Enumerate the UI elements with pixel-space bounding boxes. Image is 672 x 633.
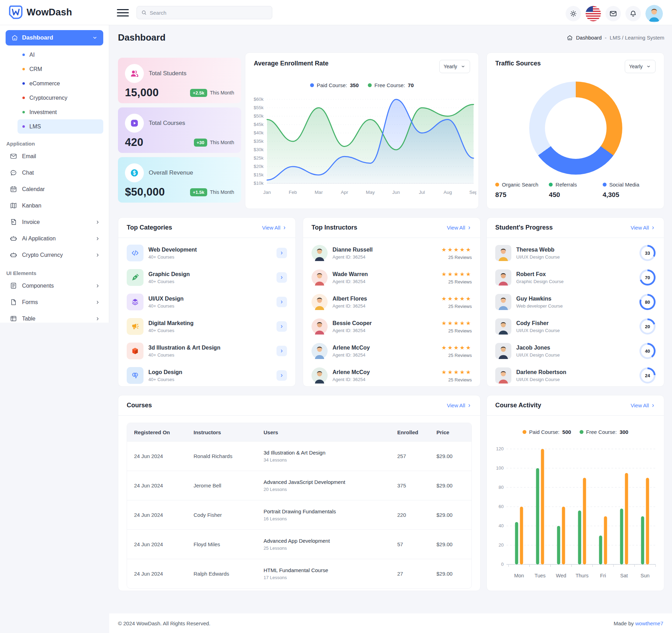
category-icon-wrap [127, 367, 144, 384]
sidebar-item-kanban[interactable]: Kanban [6, 197, 103, 214]
category-open-button[interactable] [276, 346, 287, 356]
category-icon-wrap [127, 318, 144, 335]
sidebar-item-label: Email [22, 153, 100, 160]
cell-price: $29.00 [429, 483, 471, 488]
student-name: Guy Hawkins [516, 296, 635, 302]
category-item-logo-design[interactable]: Logo Design40+ Courses [127, 363, 287, 388]
sidebar-item-dashboard[interactable]: Dashboard [6, 30, 103, 45]
instructor-text: Dianne RussellAgent ID: 36254 [332, 247, 436, 260]
top-instructors-view-all[interactable]: View All [447, 225, 472, 231]
top-instructors-title: Top Instructors [312, 224, 357, 231]
sidebar-toggle-button[interactable] [117, 7, 129, 18]
avatar [312, 269, 328, 286]
svg-text:Mon: Mon [514, 573, 524, 578]
instructor-item: Arlene McCoyAgent ID: 36254★★★★★25 Revie… [312, 339, 472, 363]
sidebar-item-forms[interactable]: Forms [6, 294, 103, 310]
traffic-title: Traffic Sources [495, 60, 541, 67]
sidebar-item-components[interactable]: Components [6, 277, 103, 294]
course-activity-bar-chart: 020406080100120MonTuesWedThursFriSatSun [490, 444, 661, 584]
instructor-item: Dianne RussellAgent ID: 36254★★★★★25 Rev… [312, 241, 472, 265]
sidebar-item-ai[interactable]: AI [6, 48, 103, 62]
stat-icon-circle [125, 163, 144, 182]
sidebar-item-invoice[interactable]: Invoice [6, 214, 103, 230]
sidebar-item-calendar[interactable]: Calendar [6, 181, 103, 197]
category-item-graphic-design[interactable]: Graphic Design40+ Courses [127, 265, 287, 290]
svg-text:Sat: Sat [620, 573, 628, 578]
category-open-button[interactable] [276, 370, 287, 381]
sidebar-item-cryptocurrency[interactable]: Cryptocurrency [6, 91, 103, 105]
view-all-label: View All [631, 402, 649, 408]
traffic-legend-top: Social Media [603, 182, 656, 188]
sidebar-item-label: Invoice [22, 219, 90, 225]
notifications-button[interactable] [625, 6, 641, 21]
svg-text:80: 80 [499, 485, 504, 490]
category-title: UI/UX Design [148, 296, 272, 302]
messages-button[interactable] [606, 6, 621, 21]
avatar [495, 343, 511, 359]
category-open-button[interactable] [276, 297, 287, 307]
reviews-count: 25 Reviews [441, 328, 472, 333]
students-progress-view-all[interactable]: View All [631, 225, 656, 231]
category-open-button[interactable] [276, 321, 287, 332]
svg-text:Sun: Sun [640, 573, 650, 578]
sidebar-item-ecommerce[interactable]: eCommerce [6, 76, 103, 91]
course-lessons: 16 Lessons [264, 516, 390, 521]
category-item-ui-ux-design[interactable]: UI/UX Design40+ Courses [127, 290, 287, 314]
legend-dot-icon [580, 430, 583, 434]
theme-toggle-button[interactable] [566, 6, 581, 21]
instructor-agent-id: Agent ID: 36254 [332, 377, 436, 382]
svg-text:$20k: $20k [254, 164, 264, 169]
avatar [495, 318, 511, 335]
view-all-label: View All [262, 225, 280, 231]
sidebar-item-chat[interactable]: Chat [6, 164, 103, 181]
language-button[interactable] [586, 6, 601, 21]
instructor-item: Wade WarrenAgent ID: 36254★★★★★25 Review… [312, 265, 472, 290]
top-categories-view-all[interactable]: View All [262, 225, 287, 231]
sidebar-item-table[interactable]: Table [6, 310, 103, 323]
legend-value: 350 [350, 82, 359, 88]
svg-text:Apr: Apr [341, 190, 349, 195]
svg-text:Mar: Mar [315, 190, 323, 195]
legend-value: 70 [408, 82, 414, 88]
cell-registered-on: 24 Jun 2024 [127, 483, 187, 488]
course-name: Advanced JavaScript Development [264, 479, 390, 485]
app-logo[interactable]: WowDash [8, 5, 72, 20]
course-lessons: 17 Lessons [264, 575, 390, 580]
user-avatar[interactable] [645, 5, 663, 22]
traffic-period-select[interactable]: Yearly [625, 60, 656, 73]
breadcrumb-dashboard[interactable]: Dashboard [576, 35, 602, 41]
category-open-button[interactable] [276, 272, 287, 283]
stat-icon-circle [125, 64, 144, 83]
traffic-legend-organic-search: Organic Search875 [495, 182, 549, 199]
enrollment-period-select[interactable]: Yearly [439, 60, 470, 73]
instructor-item: Arlene McCoyAgent ID: 36254★★★★★25 Revie… [312, 363, 472, 388]
cell-enrolled: 220 [390, 512, 429, 518]
sidebar-item-investment[interactable]: Investment [6, 105, 103, 119]
sidebar-item-crm[interactable]: CRM [6, 62, 103, 76]
sidebar-item-ai-application[interactable]: Ai Application [6, 230, 103, 247]
traffic-legend-value: 4,305 [603, 191, 656, 199]
sidebar-item-email[interactable]: Email [6, 148, 103, 164]
cell-enrolled: 257 [390, 453, 429, 459]
megaphone-icon [131, 322, 140, 331]
footer-credit: Made by wowtheme7 [614, 620, 663, 626]
sidebar-item-crypto-currency[interactable]: Crypto Currency [6, 247, 103, 263]
courses-view-all[interactable]: View All [447, 402, 472, 408]
instructor-text: Bessie CooperAgent ID: 36254 [332, 320, 436, 333]
category-item-3d-illustration-art-design[interactable]: 3d Illustration & Art Design40+ Courses [127, 339, 287, 363]
footer-brand-link[interactable]: wowtheme7 [635, 620, 663, 626]
sidebar-item-lms[interactable]: LMS [18, 119, 103, 134]
stat-card-top: Total Students [125, 64, 234, 83]
avatar [495, 245, 511, 261]
stat-label: Total Students [149, 70, 187, 77]
legend-free-course: Free Course: 70 [368, 82, 414, 88]
category-item-web-development[interactable]: Web Development40+ Courses [127, 241, 287, 265]
search-input[interactable] [150, 10, 268, 16]
sidebar-item-label: Crypto Currency [22, 252, 90, 258]
course-activity-view-all[interactable]: View All [631, 402, 656, 408]
category-open-button[interactable] [276, 248, 287, 258]
instructor-rating: ★★★★★25 Reviews [441, 246, 472, 260]
category-icon-wrap [127, 269, 144, 286]
category-item-digital-marketing[interactable]: Digital Marketing40+ Courses [127, 314, 287, 339]
category-title: 3d Illustration & Art Design [148, 345, 272, 351]
